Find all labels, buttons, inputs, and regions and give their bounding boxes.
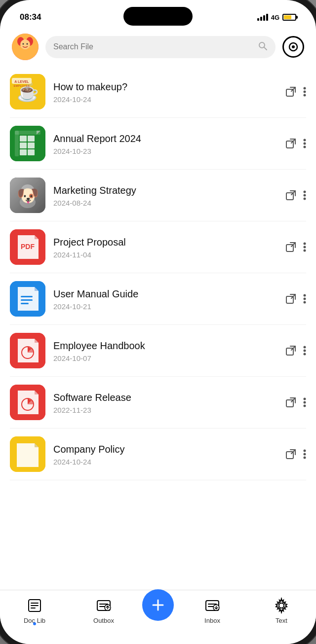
list-item: Company Policy 2024-10-24 (10, 429, 306, 480)
svg-point-32 (304, 139, 306, 142)
add-button[interactable] (142, 589, 174, 621)
svg-rect-28 (20, 149, 27, 155)
open-external-button[interactable] (285, 138, 296, 149)
open-external-button[interactable] (285, 449, 296, 460)
svg-point-49 (304, 243, 306, 245)
open-external-button[interactable] (285, 242, 296, 252)
svg-rect-25 (28, 136, 35, 142)
more-options-button[interactable] (303, 397, 306, 408)
file-icon-yellow (10, 436, 45, 472)
tab-text[interactable]: Text (247, 596, 316, 624)
more-options-button[interactable] (303, 449, 306, 460)
file-info: Employee Handbook 2024-10-07 (53, 339, 277, 362)
open-external-button[interactable] (285, 86, 296, 97)
svg-point-59 (304, 298, 306, 300)
svg-point-44 (304, 198, 306, 200)
tab-text-label: Text (276, 617, 287, 624)
file-info: Software Release 2022-11-23 (53, 391, 277, 414)
svg-point-33 (304, 143, 306, 145)
svg-point-79 (304, 453, 306, 456)
svg-point-74 (304, 405, 306, 407)
phone-frame: 08:34 4G (0, 0, 316, 644)
file-actions (285, 397, 306, 408)
file-icon-pdf: PDF (10, 229, 45, 265)
svg-point-51 (304, 250, 306, 252)
settings-icon (272, 596, 291, 615)
svg-text:🐶: 🐶 (17, 185, 39, 206)
file-name: Marketing Strategy (53, 184, 277, 197)
doc-lib-icon (25, 596, 44, 615)
file-date: 2024-08-24 (53, 199, 277, 207)
svg-point-72 (304, 398, 306, 400)
file-icon-doc (10, 281, 45, 317)
file-date: 2024-10-21 (53, 302, 277, 311)
more-options-button[interactable] (303, 242, 306, 252)
list-item: ☕ A LEVEL EMPLOYEE How to makeup? 2024-1… (10, 66, 306, 118)
list-item: Annual Report 2024 2024-10-23 (10, 118, 306, 170)
file-date: 2024-10-24 (53, 458, 277, 466)
file-name: Employee Handbook (53, 339, 277, 352)
file-icon-ppt2 (10, 385, 45, 420)
list-item: Software Release 2022-11-23 (10, 377, 306, 429)
search-bar[interactable] (45, 36, 276, 58)
svg-rect-53 (21, 296, 33, 297)
svg-point-18 (304, 87, 306, 90)
open-external-button[interactable] (285, 293, 296, 304)
tab-add[interactable] (138, 596, 178, 621)
file-name: How to makeup? (53, 80, 277, 93)
file-date: 2024-10-07 (53, 354, 277, 362)
header (0, 26, 316, 66)
status-icons: 4G (257, 14, 296, 21)
tab-doc-lib[interactable]: Doc Lib (0, 596, 69, 624)
signal-bars-icon (257, 14, 268, 21)
list-item: Employee Handbook 2024-10-07 (10, 325, 306, 377)
tab-outbox-label: Outbox (93, 617, 114, 624)
tab-active-dot (33, 622, 36, 625)
more-options-button[interactable] (303, 138, 306, 149)
file-actions (285, 449, 306, 460)
svg-point-43 (304, 194, 306, 197)
file-date: 2024-11-04 (53, 250, 277, 259)
open-external-button[interactable] (285, 397, 296, 408)
svg-point-6 (27, 43, 28, 45)
battery-icon (282, 14, 296, 21)
svg-line-8 (264, 47, 267, 50)
svg-point-80 (304, 457, 306, 459)
tab-inbox-label: Inbox (204, 617, 220, 624)
file-icon-ppt (10, 333, 45, 368)
svg-point-73 (304, 401, 306, 404)
search-input[interactable] (53, 42, 254, 51)
file-icon-photo: 🐶 (10, 178, 45, 213)
file-date: 2024-10-23 (53, 147, 277, 155)
svg-rect-55 (21, 303, 29, 304)
svg-point-65 (304, 346, 306, 349)
file-actions (285, 138, 306, 149)
more-options-button[interactable] (303, 86, 306, 97)
list-item: User Manual Guide 2024-10-21 (10, 273, 306, 325)
svg-rect-54 (21, 299, 33, 301)
more-options-button[interactable] (303, 345, 306, 356)
file-name: Software Release (53, 391, 277, 404)
more-options-button[interactable] (303, 293, 306, 304)
svg-rect-29 (28, 149, 35, 155)
avatar[interactable] (12, 34, 39, 60)
tab-outbox[interactable]: Outbox (69, 596, 138, 624)
svg-point-10 (292, 45, 295, 48)
tab-inbox[interactable]: Inbox (178, 596, 247, 624)
open-external-button[interactable] (285, 190, 296, 201)
svg-text:PDF: PDF (21, 243, 35, 250)
svg-rect-26 (20, 143, 27, 148)
svg-point-19 (304, 91, 306, 93)
scan-button[interactable] (282, 36, 304, 58)
svg-point-60 (304, 301, 306, 304)
status-time: 08:34 (20, 12, 41, 22)
outbox-icon (94, 596, 113, 615)
dynamic-island (123, 7, 193, 26)
svg-point-78 (304, 450, 306, 452)
svg-point-20 (304, 94, 306, 97)
more-options-button[interactable] (303, 190, 306, 201)
svg-text:EMPLOYEE: EMPLOYEE (13, 84, 30, 87)
open-external-button[interactable] (285, 345, 296, 356)
file-actions (285, 293, 306, 304)
file-actions (285, 86, 306, 97)
